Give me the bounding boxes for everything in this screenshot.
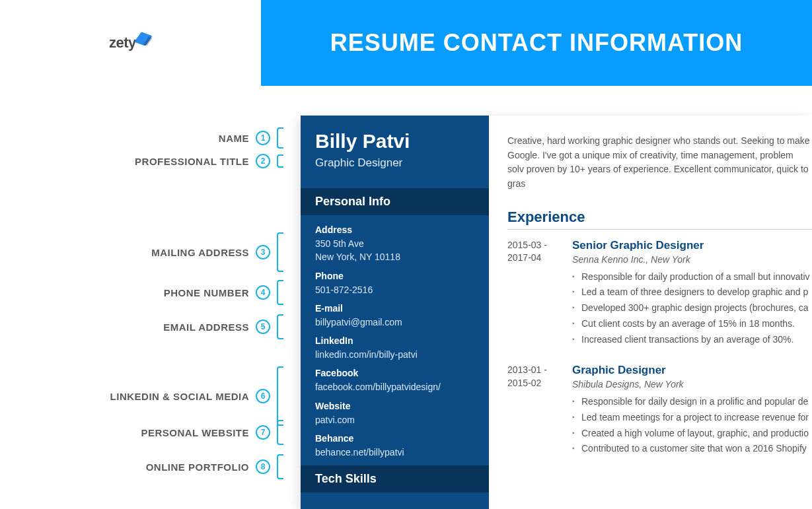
anno-social: LINKEDIN & SOCIAL MEDIA 6	[0, 366, 261, 426]
anno-label: MAILING ADDRESS	[151, 247, 249, 258]
anno-label: ONLINE PORTFOLIO	[146, 461, 249, 473]
phone-value: 501-872-2516	[315, 283, 474, 296]
date-to: 2017-04	[507, 252, 541, 263]
anno-num: 6	[256, 389, 270, 403]
anno-num: 5	[256, 320, 270, 334]
anno-portfolio: ONLINE PORTFOLIO 8	[0, 454, 261, 479]
anno-num: 3	[256, 245, 270, 259]
job-dates: 2015-03 - 2017-04	[507, 239, 556, 348]
anno-num: 1	[256, 131, 270, 145]
bullet: Responsible for daily production of a sm…	[572, 270, 812, 285]
resume-title: Graphic Designer	[315, 156, 474, 170]
banner-title: RESUME CONTACT INFORMATION	[330, 29, 743, 57]
summary: Creative, hard working graphic designer …	[507, 134, 812, 191]
anno-label: NAME	[219, 133, 249, 144]
anno-num: 8	[256, 459, 270, 474]
job-title: Graphic Designer	[572, 364, 812, 377]
anno-num: 2	[256, 154, 270, 168]
bracket-icon	[277, 366, 283, 426]
personal-info-heading: Personal Info	[301, 188, 489, 215]
job-title: Senior Graphic Designer	[572, 239, 812, 252]
logo-text: zety	[109, 34, 136, 51]
resume-main: Creative, hard working graphic designer …	[489, 116, 812, 509]
job-entry: 2015-03 - 2017-04 Senior Graphic Designe…	[507, 239, 812, 348]
job-company: Senna Kenno Inc., New York	[572, 254, 812, 265]
anno-phone: PHONE NUMBER 4	[0, 280, 261, 305]
behance-label: Behance	[315, 433, 474, 444]
logo-cube-icon	[134, 32, 153, 46]
anno-num: 4	[256, 285, 270, 300]
linkedin-value: linkedin.com/in/billy-patvi	[315, 348, 474, 361]
bullet: Led team meetings for a project to incre…	[572, 411, 812, 425]
facebook-label: Facebook	[315, 368, 474, 378]
website-label: Website	[315, 401, 474, 411]
date-from: 2015-03 -	[507, 240, 547, 250]
email-label: E-mail	[315, 303, 474, 314]
anno-label: LINKEDIN & SOCIAL MEDIA	[110, 391, 249, 402]
linkedin-label: LinkedIn	[315, 335, 474, 346]
anno-label: PERSONAL WEBSITE	[141, 427, 249, 438]
anno-num: 7	[256, 425, 270, 440]
website-value: patvi.com	[315, 413, 474, 426]
anno-label: EMAIL ADDRESS	[163, 322, 249, 333]
job-entry: 2013-01 - 2015-02 Graphic Designer Shibu…	[507, 364, 812, 458]
bracket-icon	[277, 154, 283, 168]
anno-label: PHONE NUMBER	[164, 287, 249, 298]
job-company: Shibula Designs, New York	[572, 379, 812, 390]
bullet: Responsible for daily design in a prolif…	[572, 395, 812, 409]
email-value: billypatvi@gmail.com	[315, 316, 474, 329]
resume: Billy Patvi Graphic Designer Personal In…	[301, 116, 812, 509]
facebook-value: facebook.com/billypatvidesign/	[315, 380, 474, 393]
contact-info: Address 350 5th Ave New York, NY 10118 P…	[301, 215, 489, 459]
bracket-icon	[277, 232, 283, 272]
bullet: Led a team of three designers to develop…	[572, 285, 812, 300]
anno-email: EMAIL ADDRESS 5	[0, 314, 261, 339]
bullet: Increased client transactions by an aver…	[572, 333, 812, 347]
bracket-icon	[277, 314, 283, 339]
bullet: Developed 300+ graphic design projects (…	[572, 301, 812, 316]
experience-heading: Experience	[507, 209, 812, 230]
anno-website: PERSONAL WEBSITE 7	[0, 420, 261, 445]
bullet: Created a high volume of layout, graphic…	[572, 426, 812, 441]
left-panel: zety NAME 1 PROFESSIONAL TITLE 2 MAILING…	[0, 0, 261, 509]
anno-mailing-address: MAILING ADDRESS 3	[0, 232, 261, 272]
bracket-icon	[277, 127, 283, 149]
address-line2: New York, NY 10118	[315, 252, 400, 262]
zety-logo: zety	[109, 33, 149, 51]
job-bullets: Responsible for daily design in a prolif…	[572, 395, 812, 456]
job-dates: 2013-01 - 2015-02	[507, 364, 556, 458]
resume-sidebar: Billy Patvi Graphic Designer Personal In…	[301, 116, 489, 509]
tech-skills-heading: Tech Skills	[301, 465, 489, 492]
address-value: 350 5th Ave New York, NY 10118	[315, 237, 474, 264]
anno-label: PROFESSIONAL TITLE	[135, 156, 249, 167]
anno-name: NAME 1	[0, 127, 261, 149]
resume-name: Billy Patvi	[315, 130, 474, 153]
banner: RESUME CONTACT INFORMATION	[261, 0, 812, 86]
bracket-icon	[277, 420, 283, 445]
bullet: Contributed to a customer site that won …	[572, 442, 812, 456]
address-label: Address	[315, 224, 474, 235]
date-to: 2015-02	[507, 378, 541, 388]
address-line1: 350 5th Ave	[315, 238, 364, 249]
bracket-icon	[277, 280, 283, 305]
bracket-icon	[277, 454, 283, 479]
job-bullets: Responsible for daily production of a sm…	[572, 270, 812, 347]
date-from: 2013-01 -	[507, 364, 547, 375]
anno-professional-title: PROFESSIONAL TITLE 2	[0, 154, 261, 168]
bullet: Cut client costs by an average of 15% in…	[572, 317, 812, 331]
phone-label: Phone	[315, 271, 474, 281]
behance-value: behance.net/billypatvi	[315, 446, 474, 459]
